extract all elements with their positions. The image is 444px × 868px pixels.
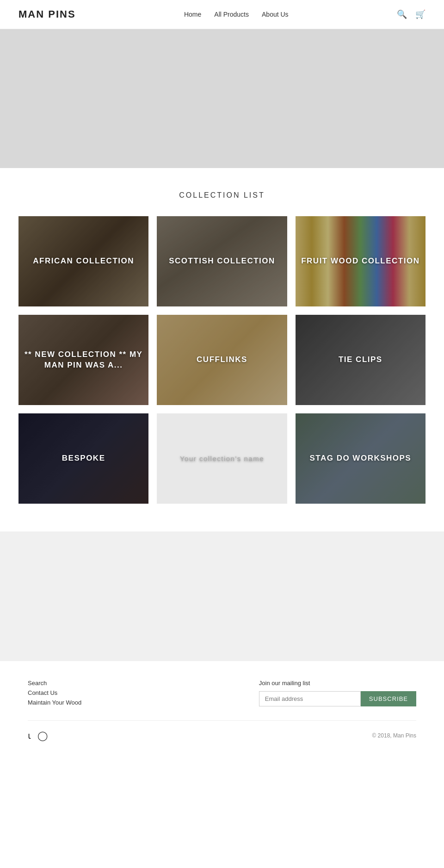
collection-item-overlay: CUFFLINKS [157, 315, 287, 405]
mailing-title: Join our mailing list [259, 680, 310, 687]
collection-item-bespoke[interactable]: BESPOKE [18, 413, 148, 504]
collection-item-overlay: AFRICAN COLLECTION [18, 216, 148, 306]
collection-item-label: Your collection's name [180, 454, 264, 463]
header: MAN PINS Home All Products About Us 🔍 🛒 [0, 0, 444, 29]
collection-item-label: STAG DO WORKSHOPS [309, 453, 411, 463]
nav-about-us[interactable]: About Us [262, 11, 289, 18]
cart-icon[interactable]: 🛒 [415, 9, 426, 19]
collection-item-placeholder[interactable]: Your collection's name [157, 413, 287, 504]
footer-mailing: Join our mailing list SUBSCRIBE [259, 680, 416, 706]
collection-item-african[interactable]: AFRICAN COLLECTION [18, 216, 148, 306]
collection-item-overlay: STAG DO WORKSHOPS [296, 413, 426, 504]
collection-item-label: SCOTTISH COLLECTION [169, 256, 275, 266]
collection-item-overlay: BESPOKE [18, 413, 148, 504]
footer-top: Search Contact Us Maintain Your Wood Joi… [28, 680, 416, 706]
collection-item-overlay: SCOTTISH COLLECTION [157, 216, 287, 306]
footer-link-maintain[interactable]: Maintain Your Wood [28, 699, 81, 706]
collection-item-scottish[interactable]: SCOTTISH COLLECTION [157, 216, 287, 306]
collection-item-newcollection[interactable]: ** NEW COLLECTION ** MY MAN PIN WAS A... [18, 315, 148, 405]
collection-item-cufflinks[interactable]: CUFFLINKS [157, 315, 287, 405]
nav-home[interactable]: Home [184, 11, 201, 18]
collection-item-overlay: ** NEW COLLECTION ** MY MAN PIN WAS A... [18, 315, 148, 405]
footer-bottom: ⍳ ◯ © 2018, Man Pins [28, 720, 416, 741]
footer-social: ⍳ ◯ [28, 730, 48, 741]
nav-all-products[interactable]: All Products [214, 11, 249, 18]
email-input[interactable] [259, 691, 361, 706]
collection-item-overlay: Your collection's name [157, 413, 287, 504]
collection-item-overlay: TIE CLIPS [296, 315, 426, 405]
footer-link-search[interactable]: Search [28, 680, 81, 687]
header-icons: 🔍 🛒 [397, 9, 426, 19]
collection-item-label: FRUIT WOOD COLLECTION [301, 256, 419, 266]
footer-links: Search Contact Us Maintain Your Wood [28, 680, 81, 706]
collection-grid: AFRICAN COLLECTION SCOTTISH COLLECTION F… [18, 216, 426, 504]
collection-item-overlay: FRUIT WOOD COLLECTION [296, 216, 426, 306]
collection-item-stagdo[interactable]: STAG DO WORKSHOPS [296, 413, 426, 504]
footer: Search Contact Us Maintain Your Wood Joi… [0, 661, 444, 755]
facebook-icon[interactable]: ⍳ [28, 730, 31, 741]
footer-spacer [0, 531, 444, 661]
collection-item-fruitwood[interactable]: FRUIT WOOD COLLECTION [296, 216, 426, 306]
collection-title: COLLECTION LIST [18, 191, 426, 200]
collection-item-label: BESPOKE [62, 453, 105, 463]
logo[interactable]: MAN PINS [18, 8, 76, 20]
instagram-icon[interactable]: ◯ [37, 730, 48, 741]
collection-item-tieclips[interactable]: TIE CLIPS [296, 315, 426, 405]
collection-item-label: TIE CLIPS [339, 355, 382, 365]
footer-link-contact[interactable]: Contact Us [28, 689, 81, 696]
collection-item-label: CUFFLINKS [197, 355, 247, 365]
subscribe-button[interactable]: SUBSCRIBE [361, 691, 416, 706]
hero-banner [0, 29, 444, 168]
footer-copyright: © 2018, Man Pins [372, 732, 416, 739]
search-icon[interactable]: 🔍 [397, 9, 407, 19]
collection-item-label: AFRICAN COLLECTION [33, 256, 134, 266]
footer-email-row: SUBSCRIBE [259, 691, 416, 706]
collection-item-label: ** NEW COLLECTION ** MY MAN PIN WAS A... [18, 350, 148, 370]
collection-section: COLLECTION LIST AFRICAN COLLECTION SCOTT… [0, 168, 444, 531]
main-nav: Home All Products About Us [184, 11, 289, 18]
